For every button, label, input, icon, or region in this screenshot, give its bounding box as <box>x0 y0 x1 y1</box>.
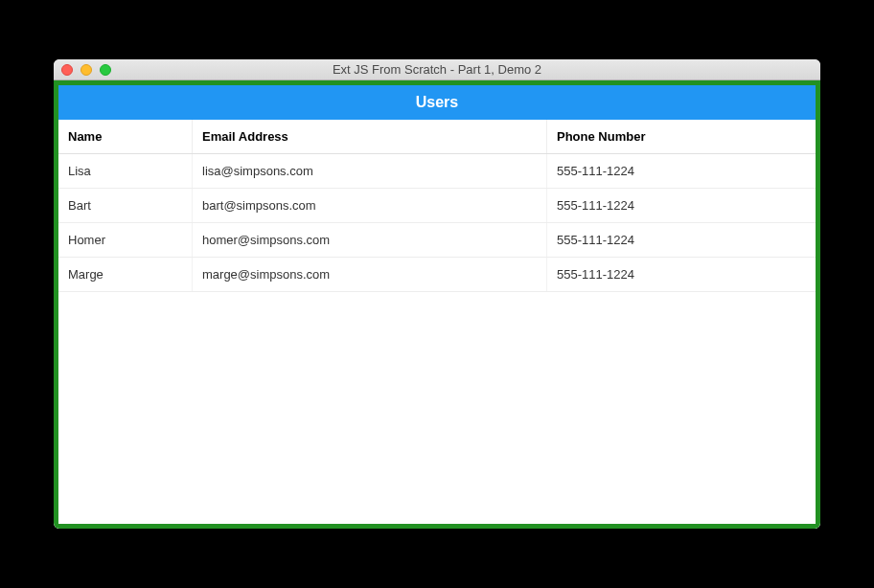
cell-email: bart@simpsons.com <box>193 189 547 222</box>
cell-phone: 555-111-1224 <box>547 154 816 188</box>
column-header-phone[interactable]: Phone Number <box>547 120 816 153</box>
grid-header-row: Name Email Address Phone Number <box>58 120 816 154</box>
cell-name: Lisa <box>58 154 193 188</box>
zoom-icon[interactable] <box>100 64 111 76</box>
panel-title: Users <box>58 85 816 120</box>
table-row[interactable]: Lisa lisa@simpsons.com 555-111-1224 <box>58 154 816 189</box>
cell-name: Marge <box>58 258 193 291</box>
titlebar[interactable]: Ext JS From Scratch - Part 1, Demo 2 <box>54 59 820 80</box>
viewport: Users Name Email Address Phone Number Li… <box>54 80 820 529</box>
column-header-name[interactable]: Name <box>58 120 193 153</box>
traffic-lights <box>54 64 111 76</box>
cell-phone: 555-111-1224 <box>547 223 816 257</box>
table-row[interactable]: Marge marge@simpsons.com 555-111-1224 <box>58 258 816 292</box>
cell-name: Homer <box>58 223 193 257</box>
users-grid: Name Email Address Phone Number Lisa lis… <box>58 120 816 524</box>
table-row[interactable]: Bart bart@simpsons.com 555-111-1224 <box>58 189 816 223</box>
window-title: Ext JS From Scratch - Part 1, Demo 2 <box>54 62 820 77</box>
cell-name: Bart <box>58 189 193 222</box>
table-row[interactable]: Homer homer@simpsons.com 555-111-1224 <box>58 223 816 258</box>
cell-phone: 555-111-1224 <box>547 189 816 222</box>
cell-phone: 555-111-1224 <box>547 258 816 291</box>
cell-email: lisa@simpsons.com <box>193 154 547 188</box>
grid-body: Lisa lisa@simpsons.com 555-111-1224 Bart… <box>58 154 816 524</box>
column-header-email[interactable]: Email Address <box>193 120 547 153</box>
app-window: Ext JS From Scratch - Part 1, Demo 2 Use… <box>54 59 820 529</box>
close-icon[interactable] <box>61 64 73 76</box>
minimize-icon[interactable] <box>80 64 92 76</box>
cell-email: homer@simpsons.com <box>193 223 547 257</box>
cell-email: marge@simpsons.com <box>193 258 547 291</box>
